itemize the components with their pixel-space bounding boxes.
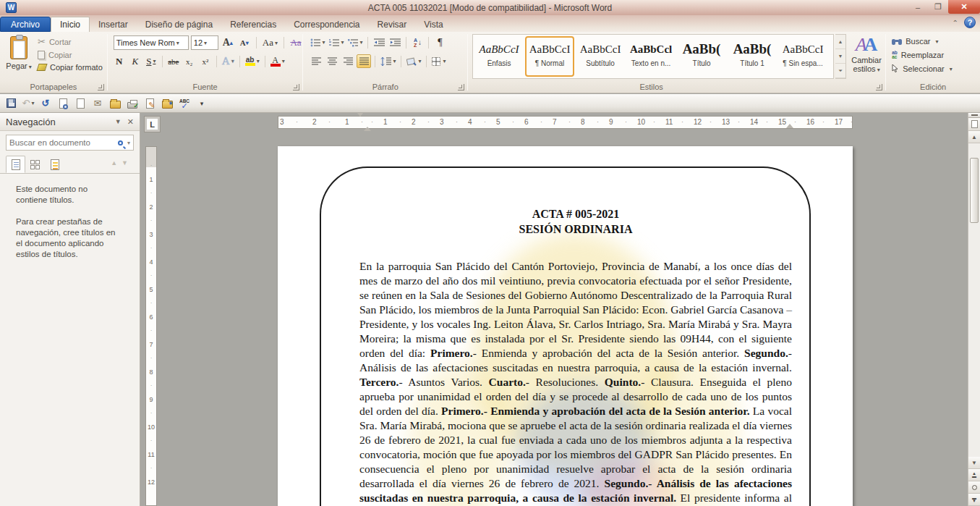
nav-tab-results[interactable]	[45, 156, 64, 173]
styles-scroll-down[interactable]: ▼	[835, 49, 845, 64]
replace-button[interactable]: abac Reemplazar	[892, 51, 953, 59]
close-button[interactable]: ✕	[948, 0, 980, 14]
text-effects-button[interactable]: A	[221, 54, 236, 68]
right-indent-marker[interactable]	[786, 124, 793, 128]
bullets-button[interactable]	[309, 35, 326, 49]
minimize-button[interactable]: –	[908, 0, 928, 14]
font-name-combo[interactable]: Times New Rom	[114, 35, 189, 50]
format-painter-button[interactable]: Copiar formato	[38, 63, 103, 72]
line-spacing-button[interactable]	[379, 54, 397, 68]
styles-more-button[interactable]: ⏷	[835, 64, 845, 78]
redo-button[interactable]: ↺	[39, 97, 52, 110]
strikethrough-button[interactable]: abe	[166, 54, 181, 68]
tab-selector[interactable]: L	[144, 116, 161, 132]
split-handle[interactable]	[968, 113, 980, 118]
help-icon[interactable]: ?	[964, 17, 976, 28]
save-button[interactable]	[4, 97, 17, 110]
align-left-button[interactable]	[309, 54, 323, 68]
paragraph-dialog-launcher[interactable]	[458, 84, 464, 90]
nav-prev-next-icons[interactable]: ▲▼	[111, 159, 132, 166]
document-page[interactable]: ACTA # 005-2021 SESIÓN ORDINARIA En la p…	[278, 146, 853, 506]
search-icon[interactable]	[118, 140, 123, 146]
multilevel-list-button[interactable]	[346, 35, 364, 49]
search-box[interactable]: ▾	[6, 135, 134, 151]
italic-button[interactable]: K	[128, 54, 142, 68]
tab-correspondencia[interactable]: Correspondencia	[285, 17, 368, 32]
vertical-ruler[interactable]: 1·2·3·4·5·6·7·8·9·10·11·12·	[145, 146, 157, 506]
show-marks-button[interactable]: ¶	[433, 35, 447, 49]
scroll-up-button[interactable]: ▲	[968, 131, 980, 143]
new-document-button[interactable]	[74, 97, 87, 110]
horizontal-ruler[interactable]: 3·2·1··1·2·3·4·5·6·7·8·9·10·11·12·13·14·…	[278, 116, 853, 129]
quick-print-button[interactable]: ✓	[126, 97, 139, 110]
ruler-toggle-button[interactable]	[968, 118, 980, 131]
copy-button[interactable]: Copiar	[38, 51, 103, 59]
change-case-button[interactable]: Aa	[261, 36, 279, 50]
edit-table-button[interactable]: ✎	[143, 97, 156, 110]
style-item--normal[interactable]: AaBbCcI¶ Normal	[525, 36, 574, 77]
search-input[interactable]	[9, 138, 118, 147]
change-styles-button[interactable]: AA Cambiar estilos	[850, 34, 883, 83]
align-right-button[interactable]	[341, 54, 355, 68]
superscript-button[interactable]: x²	[198, 54, 213, 68]
shading-button[interactable]	[405, 54, 422, 68]
toolbar-options-button[interactable]: ▾	[195, 97, 208, 110]
style-item--nfasis[interactable]: AaBbCcIÉnfasis	[474, 36, 524, 77]
underline-button[interactable]: S	[144, 54, 158, 68]
sort-button[interactable]: AZ ↓	[410, 35, 425, 49]
align-center-button[interactable]	[325, 54, 339, 68]
style-item-texto-en-n-[interactable]: AaBbCclTexto en n...	[626, 36, 676, 77]
clear-formatting-button[interactable]: Aa	[289, 36, 303, 50]
find-button[interactable]: Buscar	[892, 37, 953, 46]
style-item-t-tulo-1[interactable]: AaBb(Título 1	[728, 36, 777, 77]
paste-button[interactable]: Pegar	[4, 35, 33, 83]
borders-button[interactable]	[430, 54, 447, 68]
tab-diseno[interactable]: Diseño de página	[137, 17, 221, 32]
search-options-icon[interactable]: ▾	[127, 140, 130, 146]
minimize-ribbon-icon[interactable]: ⌃	[953, 19, 958, 27]
cut-button[interactable]: ✂ Cortar	[38, 36, 103, 47]
tab-referencias[interactable]: Referencias	[221, 17, 285, 32]
browse-object-button[interactable]	[968, 481, 980, 494]
next-page-button[interactable]: ▬▼	[968, 494, 980, 506]
nav-tab-headings[interactable]	[6, 156, 25, 173]
style-item--sin-espa-[interactable]: AaBbCcI¶ Sin espa...	[778, 36, 827, 77]
numbering-button[interactable]	[328, 35, 345, 49]
styles-dialog-launcher[interactable]	[876, 84, 882, 90]
special-folder-button[interactable]: *	[161, 97, 174, 110]
vertical-scrollbar[interactable]: ▲ ▼ ▲▬ ▬▼	[968, 113, 980, 506]
bold-button[interactable]: N	[112, 54, 127, 68]
increase-indent-button[interactable]	[388, 35, 402, 49]
open-button[interactable]	[108, 97, 122, 110]
clipboard-dialog-launcher[interactable]	[98, 84, 104, 90]
send-mail-button[interactable]: ✉	[91, 97, 104, 110]
highlight-button[interactable]: ab	[244, 54, 261, 68]
justify-button[interactable]	[357, 54, 371, 68]
print-preview-button[interactable]	[56, 97, 69, 110]
subscript-button[interactable]: x₂	[182, 54, 197, 68]
select-button[interactable]: Seleccionar	[892, 64, 953, 73]
tab-inicio[interactable]: Inicio	[51, 17, 90, 32]
tab-archivo[interactable]: Archivo	[0, 17, 51, 32]
tab-insertar[interactable]: Insertar	[90, 17, 137, 32]
scroll-down-button[interactable]: ▼	[968, 457, 980, 469]
previous-page-button[interactable]: ▲▬	[968, 469, 980, 481]
font-dialog-launcher[interactable]	[293, 84, 299, 90]
undo-button[interactable]: ↶	[22, 97, 35, 110]
navigation-options-icon[interactable]: ▼	[115, 118, 122, 125]
styles-scroll-up[interactable]: ▲	[835, 35, 845, 49]
style-item-t-tulo[interactable]: AaBb(Título	[677, 36, 726, 77]
spellcheck-button[interactable]: ABC✓	[178, 97, 191, 110]
nav-tab-pages[interactable]	[25, 156, 45, 173]
tab-vista[interactable]: Vista	[415, 17, 451, 32]
decrease-indent-button[interactable]	[372, 35, 386, 49]
grow-font-button[interactable]: A▴	[221, 36, 235, 50]
shrink-font-button[interactable]: A▾	[237, 36, 252, 50]
navigation-close-icon[interactable]: ✕	[127, 117, 134, 127]
document-paragraph[interactable]: En la parroquia San Plácido del Cantón P…	[359, 259, 792, 506]
style-item-subt-tulo[interactable]: AaBbCcISubtítulo	[576, 36, 625, 77]
font-size-combo[interactable]: 12	[191, 35, 218, 50]
scrollbar-thumb[interactable]	[970, 158, 979, 223]
tab-revisar[interactable]: Revisar	[369, 17, 416, 32]
font-color-button[interactable]: A	[269, 54, 286, 68]
